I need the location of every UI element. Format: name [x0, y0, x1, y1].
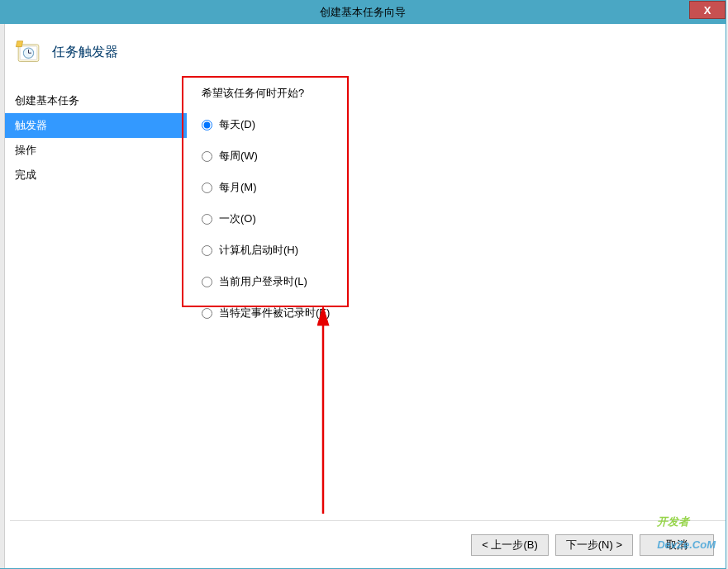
sidebar-step-1[interactable]: 触发器: [5, 113, 187, 138]
wizard-steps-sidebar: 创建基本任务触发器操作完成: [5, 84, 187, 513]
trigger-radio-2[interactable]: [202, 183, 212, 193]
close-button[interactable]: X: [689, 1, 726, 19]
svg-marker-5: [16, 41, 22, 47]
annotation-arrow-icon: [302, 307, 344, 522]
trigger-question: 希望该任务何时开始?: [202, 86, 726, 101]
trigger-option-0[interactable]: 每天(D): [202, 117, 726, 132]
page-title: 任务触发器: [52, 44, 118, 61]
trigger-option-label: 计算机启动时(H): [219, 243, 298, 258]
wizard-window: 创建基本任务向导 X 任务触发器 创建基本任务触发器操作完成 希望该任务何时开始…: [0, 0, 726, 569]
trigger-radio-5[interactable]: [202, 277, 212, 287]
wizard-footer: < 上一步(B) 下一步(N) > 取消: [10, 520, 726, 568]
sidebar-step-3[interactable]: 完成: [5, 163, 187, 187]
trigger-option-label: 当前用户登录时(L): [219, 274, 307, 289]
trigger-option-label: 一次(O): [219, 211, 256, 226]
trigger-option-1[interactable]: 每周(W): [202, 149, 726, 164]
main-panel: 希望该任务何时开始? 每天(D)每周(W)每月(M)一次(O)计算机启动时(H)…: [187, 84, 726, 513]
trigger-radio-4[interactable]: [202, 245, 212, 256]
trigger-options-group: 每天(D)每周(W)每月(M)一次(O)计算机启动时(H)当前用户登录时(L)当…: [202, 117, 726, 320]
trigger-option-6[interactable]: 当特定事件被记录时(E): [202, 306, 726, 320]
trigger-radio-3[interactable]: [202, 214, 212, 225]
trigger-option-label: 当特定事件被记录时(E): [219, 306, 330, 320]
trigger-radio-1[interactable]: [202, 151, 212, 162]
back-button[interactable]: < 上一步(B): [471, 534, 549, 556]
trigger-option-2[interactable]: 每月(M): [202, 180, 726, 195]
window-title: 创建基本任务向导: [320, 5, 406, 20]
titlebar: 创建基本任务向导 X: [0, 1, 726, 24]
trigger-option-label: 每月(M): [219, 180, 257, 195]
sidebar-step-0[interactable]: 创建基本任务: [5, 88, 187, 113]
cancel-button[interactable]: 取消: [640, 534, 714, 556]
trigger-radio-6[interactable]: [202, 308, 212, 319]
close-icon: X: [704, 4, 711, 17]
wizard-header: 任务触发器: [5, 24, 726, 84]
trigger-option-5[interactable]: 当前用户登录时(L): [202, 274, 726, 289]
next-button[interactable]: 下一步(N) >: [555, 534, 633, 556]
trigger-option-4[interactable]: 计算机启动时(H): [202, 243, 726, 258]
trigger-option-label: 每周(W): [219, 149, 258, 164]
trigger-option-label: 每天(D): [219, 117, 255, 132]
trigger-radio-0[interactable]: [202, 120, 212, 130]
sidebar-step-2[interactable]: 操作: [5, 138, 187, 163]
trigger-option-3[interactable]: 一次(O): [202, 211, 726, 226]
wizard-body: 创建基本任务触发器操作完成 希望该任务何时开始? 每天(D)每周(W)每月(M)…: [5, 84, 726, 513]
content-area: 任务触发器 创建基本任务触发器操作完成 希望该任务何时开始? 每天(D)每周(W…: [5, 24, 726, 568]
scheduler-clock-icon: [15, 39, 42, 66]
